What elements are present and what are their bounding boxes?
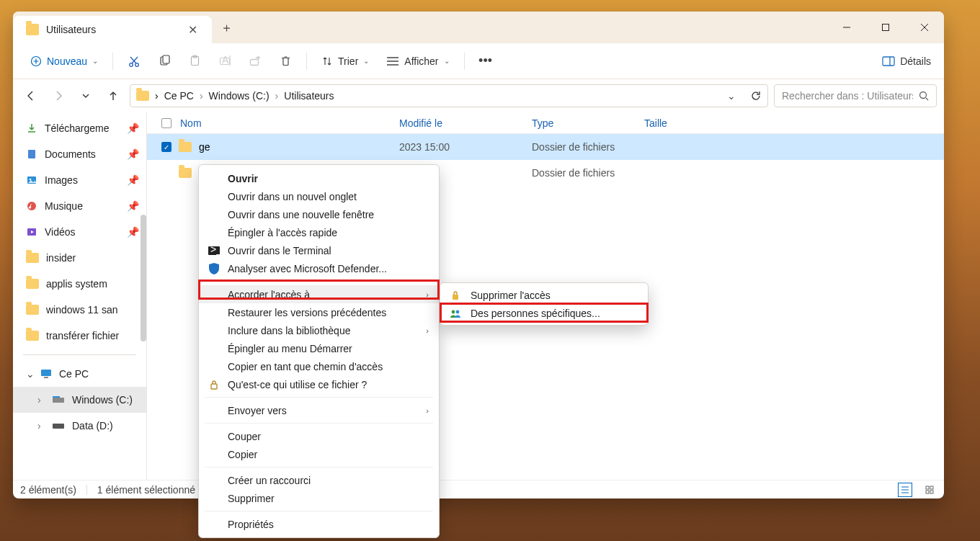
- ctx-open-new-tab[interactable]: Ouvrir dans un nouvel onglet: [199, 187, 439, 205]
- addr-dropdown-icon[interactable]: ⌄: [727, 90, 736, 102]
- sidebar-item-videos[interactable]: Vidéos📌: [13, 219, 146, 245]
- row-checkbox[interactable]: ✓: [161, 142, 172, 152]
- file-row[interactable]: ✓ge 2023 15:00 Dossier de fichiers: [147, 134, 944, 160]
- svg-text:A|: A|: [222, 55, 231, 66]
- details-pane-button[interactable]: Détails: [875, 49, 938, 73]
- svg-rect-1: [883, 24, 889, 31]
- new-label: Nouveau: [47, 55, 87, 67]
- context-menu: Ouvrir Ouvrir dans un nouvel onglet Ouvr…: [198, 164, 440, 538]
- ctx-defender-scan[interactable]: Analyser avec Microsoft Defender...: [199, 259, 439, 277]
- more-button[interactable]: •••: [472, 49, 499, 73]
- svg-rect-34: [53, 424, 64, 429]
- pin-icon: 📌: [127, 122, 139, 134]
- sidebar-item-images[interactable]: Images📌: [13, 167, 146, 193]
- share-button[interactable]: [241, 49, 269, 73]
- forward-button[interactable]: [48, 85, 69, 107]
- sidebar-item-folder[interactable]: transférer fichier: [13, 323, 146, 349]
- copy-button[interactable]: [151, 49, 178, 73]
- select-all-checkbox[interactable]: [161, 118, 172, 128]
- sidebar-item-drive-c[interactable]: ›Windows (C:): [13, 387, 146, 413]
- sidebar-item-folder[interactable]: insider: [13, 245, 146, 271]
- ctx-properties[interactable]: Propriétés: [199, 515, 439, 533]
- col-size-label: Taille: [644, 117, 709, 129]
- sub-remove-access[interactable]: Supprimer l'accès: [440, 286, 648, 304]
- ctx-delete[interactable]: Supprimer: [199, 489, 439, 507]
- cut-button[interactable]: [120, 49, 148, 73]
- svg-rect-41: [930, 491, 933, 493]
- context-submenu-access: Supprimer l'accès Des personnes spécifiq…: [440, 282, 649, 326]
- rename-button[interactable]: A|: [211, 49, 239, 73]
- paste-button[interactable]: [181, 49, 208, 73]
- ctx-restore-previous[interactable]: Restaurer les versions précédentes: [199, 303, 439, 321]
- crumb[interactable]: Utilisateurs: [284, 90, 334, 102]
- folder-icon: [26, 253, 39, 263]
- delete-button[interactable]: [272, 49, 299, 73]
- sidebar-scrollbar[interactable]: [141, 215, 146, 341]
- sidebar-item-downloads[interactable]: Téléchargeme📌: [13, 115, 146, 141]
- thumbnail-view-button[interactable]: [922, 483, 937, 497]
- minimize-button[interactable]: [827, 12, 866, 43]
- close-window-button[interactable]: [905, 12, 944, 43]
- ctx-pin-start[interactable]: Épingler au menu Démarrer: [199, 339, 439, 357]
- svg-point-8: [135, 63, 139, 66]
- terminal-icon: >_: [208, 246, 220, 255]
- view-label: Afficher: [404, 55, 438, 67]
- search-input[interactable]: Rechercher dans : Utilisateurs: [774, 84, 937, 107]
- sidebar-item-documents[interactable]: Documents📌: [13, 141, 146, 167]
- music-icon: [26, 200, 37, 212]
- sidebar-item-folder[interactable]: applis system: [13, 271, 146, 297]
- ctx-copy[interactable]: Copier: [199, 445, 439, 463]
- svg-rect-45: [453, 295, 458, 300]
- row-type: Dossier de fichiers: [532, 141, 644, 153]
- ctx-open[interactable]: Ouvrir: [199, 169, 439, 187]
- ctx-create-shortcut[interactable]: Créer un raccourci: [199, 471, 439, 489]
- crumb[interactable]: Ce PC: [164, 90, 194, 102]
- view-button[interactable]: Afficher⌄: [379, 49, 456, 73]
- toolbar: Nouveau ⌄ A| Trier⌄ Afficher⌄ ••• Détail…: [13, 43, 944, 79]
- ctx-grant-access[interactable]: Accorder l'accès à›: [199, 285, 439, 303]
- up-button[interactable]: [102, 85, 124, 107]
- people-icon: [449, 308, 462, 318]
- svg-rect-21: [883, 57, 894, 66]
- ctx-pin-quick-access[interactable]: Épingler à l'accès rapide: [199, 223, 439, 241]
- maximize-button[interactable]: [866, 12, 905, 43]
- ctx-open-new-window[interactable]: Ouvrir dans une nouvelle fenêtre: [199, 205, 439, 223]
- column-headers[interactable]: Nom⌃ Modifié le Type Taille: [147, 112, 944, 134]
- ctx-whats-using-file[interactable]: Qu'est-ce qui utilise ce fichier ?: [199, 375, 439, 393]
- ctx-include-library[interactable]: Inclure dans la bibliothèque›: [199, 321, 439, 339]
- ctx-open-terminal[interactable]: >_Ouvrir dans le Terminal: [199, 241, 439, 259]
- sidebar-item-this-pc[interactable]: ⌄Ce PC: [13, 361, 146, 387]
- close-tab-button[interactable]: ✕: [183, 20, 202, 39]
- col-modified-label: Modifié le: [399, 117, 532, 129]
- lock-icon: [208, 380, 220, 390]
- back-button[interactable]: [20, 85, 42, 107]
- recent-button[interactable]: [75, 85, 97, 107]
- pin-icon: 📌: [127, 174, 139, 186]
- sidebar-item-drive-d[interactable]: ›Data (D:): [13, 413, 146, 439]
- crumb[interactable]: Windows (C:): [209, 90, 270, 102]
- svg-rect-40: [926, 491, 929, 493]
- col-type-label: Type: [532, 117, 644, 129]
- tab-active[interactable]: Utilisateurs ✕: [13, 16, 212, 43]
- ctx-send-to[interactable]: Envoyer vers›: [199, 401, 439, 419]
- ctx-cut[interactable]: Couper: [199, 427, 439, 445]
- pin-icon: 📌: [127, 226, 139, 238]
- sub-specific-people[interactable]: Des personnes spécifiques...: [440, 304, 648, 322]
- row-name: ge: [199, 141, 210, 153]
- ctx-copy-path[interactable]: Copier en tant que chemin d'accès: [199, 357, 439, 375]
- refresh-button[interactable]: [750, 90, 762, 102]
- folder-icon: [26, 331, 39, 341]
- search-icon: [919, 91, 929, 101]
- sidebar-item-music[interactable]: Musique📌: [13, 193, 146, 219]
- pin-icon: 📌: [127, 200, 139, 212]
- address-bar[interactable]: › Ce PC› Windows (C:)› Utilisateurs ⌄: [130, 84, 768, 107]
- folder-icon: [179, 142, 192, 152]
- new-button[interactable]: Nouveau ⌄: [23, 49, 105, 73]
- videos-icon: [26, 226, 37, 238]
- folder-icon: [136, 91, 149, 101]
- details-view-button[interactable]: [898, 483, 912, 497]
- sort-button[interactable]: Trier⌄: [314, 49, 376, 73]
- new-tab-button[interactable]: ＋: [212, 12, 241, 43]
- status-count: 2 élément(s): [20, 484, 76, 496]
- sidebar-item-folder[interactable]: windows 11 san: [13, 297, 146, 323]
